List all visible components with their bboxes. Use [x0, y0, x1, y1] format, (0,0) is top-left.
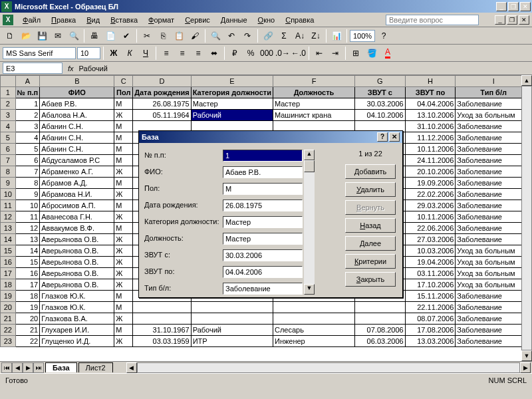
increase-decimal-icon[interactable]: .0→ [275, 46, 290, 61]
bold-icon[interactable]: Ж [106, 46, 121, 61]
header-cell[interactable]: Дата рождения [133, 87, 192, 98]
cell[interactable]: 10.03.2006 [405, 245, 456, 257]
cell[interactable]: Уход за больным [456, 245, 532, 257]
cell[interactable]: 8 [15, 178, 40, 189]
preview-icon[interactable]: 📄 [103, 29, 118, 43]
col-header-A[interactable]: A [15, 76, 40, 87]
row-header-6[interactable]: 6 [1, 144, 16, 155]
cell[interactable]: Заболевание [456, 313, 532, 325]
formula-content[interactable]: Рабочий [79, 65, 108, 72]
fill-color-icon[interactable]: 🪣 [364, 46, 379, 61]
dialog-field-input[interactable]: Мастер [223, 233, 303, 245]
dialog-field-input[interactable]: Мастер [223, 216, 303, 228]
cell[interactable]: 05.11.1964 [133, 110, 192, 121]
spellcheck-icon[interactable]: ✔ [119, 29, 134, 43]
row-header-7[interactable]: 7 [1, 155, 16, 166]
dialog-close-button[interactable]: ✕ [389, 132, 400, 142]
cell[interactable]: ИТР [191, 336, 273, 347]
row-header-8[interactable]: 8 [1, 166, 16, 178]
row-header-20[interactable]: 20 [1, 302, 16, 313]
menu-Сервис[interactable]: Сервис [180, 15, 215, 25]
font-color-icon[interactable]: A [380, 46, 395, 61]
cell[interactable]: Ж [114, 234, 133, 245]
cell[interactable]: Уход за больным [456, 110, 532, 121]
cell[interactable]: Ж [114, 268, 133, 279]
save-icon[interactable]: 💾 [35, 29, 49, 43]
cell[interactable]: 20.10.2006 [405, 166, 456, 178]
row-header-1[interactable]: 1 [1, 87, 16, 98]
autosum-icon[interactable]: Σ [277, 29, 291, 43]
menu-Правка[interactable]: Правка [46, 15, 81, 25]
cell[interactable]: 11 [15, 211, 40, 223]
cell[interactable]: Ж [114, 110, 133, 121]
hyperlink-icon[interactable]: 🔗 [261, 29, 275, 43]
cell[interactable]: М [114, 223, 133, 234]
cell[interactable]: 13 [15, 234, 40, 245]
cell[interactable]: Глазков Ю.К. [40, 291, 114, 302]
doc-close-button[interactable]: ✕ [519, 15, 529, 25]
dialog-button-Вернуть[interactable]: Вернуть [345, 200, 396, 215]
close-button[interactable]: ✕ [520, 2, 531, 11]
dialog-scroll-down[interactable]: ▼ [304, 284, 315, 295]
dialog-field-input[interactable]: Абаев Р.В. [223, 166, 303, 178]
cell[interactable]: 7 [15, 166, 40, 178]
cell[interactable]: 20 [15, 313, 40, 325]
cell[interactable] [133, 302, 192, 313]
cell[interactable]: М [114, 144, 133, 155]
copy-icon[interactable]: ⎘ [156, 29, 170, 43]
find-icon[interactable]: 🔍 [208, 29, 223, 43]
cell[interactable]: М [114, 178, 133, 189]
decrease-indent-icon[interactable]: ⇤ [312, 46, 327, 61]
cell[interactable]: Заболевание [456, 291, 532, 302]
cell[interactable]: М [114, 302, 133, 313]
cell[interactable]: 18 [15, 291, 40, 302]
name-box[interactable]: E3 [3, 63, 63, 74]
cell[interactable]: Абанин С.Н. [40, 144, 114, 155]
undo-icon[interactable]: ↶ [224, 29, 239, 43]
tab-nav-next[interactable]: ▶ [23, 362, 33, 373]
hscroll-left-button[interactable]: ◀ [126, 362, 137, 373]
cell[interactable]: М [114, 291, 133, 302]
cell[interactable]: Заболевание [456, 200, 532, 211]
row-header-12[interactable]: 12 [1, 211, 16, 223]
print-icon[interactable]: 🖶 [87, 29, 102, 43]
col-header-G[interactable]: G [355, 76, 406, 87]
cell[interactable]: М [114, 121, 133, 132]
col-header-D[interactable]: D [133, 76, 192, 87]
row-header-17[interactable]: 17 [1, 268, 16, 279]
header-cell[interactable]: Категория должности [191, 87, 273, 98]
percent-icon[interactable]: % [243, 46, 258, 61]
dialog-title-bar[interactable]: База ? ✕ [139, 131, 402, 143]
cell[interactable]: Заболевание [456, 234, 532, 245]
cell[interactable]: 15.11.2006 [405, 291, 456, 302]
help-icon[interactable]: ? [376, 29, 391, 43]
cell[interactable]: Абраменко А.Г. [40, 166, 114, 178]
cell[interactable]: Рабочий [191, 325, 273, 336]
row-header-22[interactable]: 22 [1, 325, 16, 336]
cell[interactable]: 9 [15, 189, 40, 200]
cell[interactable]: 12 [15, 223, 40, 234]
sort-desc-icon[interactable]: Z↓ [309, 29, 323, 43]
cell[interactable]: М [114, 132, 133, 144]
fx-label[interactable]: fx [68, 65, 74, 72]
italic-icon[interactable]: К [122, 46, 137, 61]
cell[interactable]: 5 [15, 144, 40, 155]
cell[interactable]: М [114, 325, 133, 336]
tab-nav-last[interactable]: ⏭ [33, 362, 44, 373]
cell[interactable]: 31.10.2006 [405, 121, 456, 132]
row-header-23[interactable]: 23 [1, 336, 16, 347]
cell[interactable]: 3 [15, 121, 40, 132]
cell[interactable]: 11.12.2006 [405, 132, 456, 144]
cell[interactable]: Заболевание [456, 155, 532, 166]
cell[interactable]: 27.03.2006 [405, 234, 456, 245]
cell[interactable]: 19.09.2006 [405, 178, 456, 189]
menu-Данные[interactable]: Данные [215, 15, 253, 25]
cell[interactable]: Глазкова В.А. [40, 313, 114, 325]
cut-icon[interactable]: ✂ [140, 29, 154, 43]
header-cell[interactable]: Должность [273, 87, 354, 98]
dialog-field-input[interactable]: М [223, 183, 303, 195]
chart-icon[interactable]: 📊 [329, 29, 344, 43]
cell[interactable]: 04.04.2006 [405, 98, 456, 110]
cell[interactable]: 22.11.2006 [405, 302, 456, 313]
cell[interactable]: Абрамова Н.И. [40, 189, 114, 200]
